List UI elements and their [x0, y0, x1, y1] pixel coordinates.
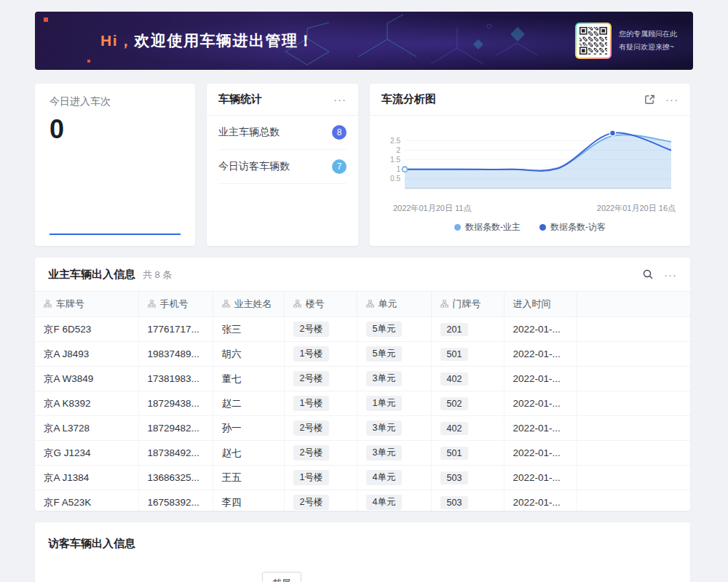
cell-phone: 17381983...: [138, 367, 213, 391]
cell-owner: 赵二: [213, 391, 284, 416]
qr-caption-line1: 您的专属顾问在此: [619, 28, 677, 41]
x-tick-label: 2022年01月20日 11点: [393, 203, 471, 214]
cell-door: 501: [431, 342, 504, 367]
cell-owner: 孙一: [213, 416, 284, 441]
cell-tag: 503: [440, 496, 469, 509]
cell-plate: 京F 6D523: [35, 317, 138, 342]
column-label: 门牌号: [453, 298, 481, 309]
cell-time: 2022-01-...: [504, 342, 577, 367]
cell-unit: 4单元: [357, 466, 431, 490]
cell-building: 1号楼: [284, 391, 357, 416]
stat-label: 今日访客车辆数: [218, 160, 290, 173]
column-header-phone[interactable]: 手机号: [138, 292, 213, 317]
cell-plate: 京A K8392: [35, 391, 138, 416]
cell-owner: 王五: [213, 466, 284, 490]
table-row[interactable]: 京A K839218729438...赵二1号楼1单元5022022-01-..…: [35, 391, 690, 416]
vehicle-stats-rows: 业主车辆总数8今日访客车辆数7: [207, 116, 358, 184]
legend-item[interactable]: 数据条数-访客: [539, 221, 606, 234]
cell-tag: 2号楼: [293, 495, 330, 510]
cell-plate: 京G J1234: [35, 441, 138, 466]
owner-table-title: 业主车辆出入信息: [48, 268, 135, 282]
more-icon[interactable]: ···: [665, 94, 678, 105]
column-header-unit[interactable]: 单元: [357, 292, 431, 317]
export-icon[interactable]: [644, 94, 655, 105]
visitor-table-title: 访客车辆出入信息: [48, 537, 135, 549]
cell-phone: 13686325...: [138, 466, 213, 490]
cell-building: 2号楼: [284, 490, 357, 511]
field-type-icon: [293, 300, 301, 308]
table-row[interactable]: 京A J138413686325...王五1号楼4单元5032022-01-..…: [35, 466, 690, 490]
cell-door: 503: [431, 466, 504, 490]
cell-time: 2022-01-...: [504, 416, 577, 441]
cell-tag: 2号楼: [293, 445, 330, 461]
column-label: 手机号: [160, 298, 189, 309]
vehicle-stats-card: 车辆统计 ··· 业主车辆总数8今日访客车辆数7: [207, 84, 358, 246]
column-header-owner[interactable]: 业主姓名: [213, 292, 284, 317]
cell-owner: 张三: [213, 317, 284, 342]
cell-tag: 1号楼: [293, 470, 330, 485]
cell-tag: 3单元: [366, 371, 403, 386]
column-header-time[interactable]: 进入时间: [504, 292, 577, 317]
search-icon[interactable]: [642, 268, 654, 280]
svg-text:1.5: 1.5: [390, 156, 400, 164]
today-entries-value: 0: [50, 114, 181, 145]
cell-time: 2022-01-...: [504, 441, 577, 466]
cell-empty: [577, 342, 690, 367]
table-row[interactable]: 京F A523K16758392...李四2号楼4单元5032022-01-..…: [35, 490, 690, 511]
cell-tag: 2号楼: [293, 322, 330, 337]
column-header-plate[interactable]: 车牌号: [35, 292, 138, 317]
cell-tag: 4单元: [366, 495, 403, 510]
cell-tag: 1号楼: [293, 396, 330, 411]
banner-greeting-prefix: Hi，: [100, 32, 135, 49]
cell-unit: 3单元: [357, 367, 431, 391]
cell-empty: [577, 391, 690, 416]
cell-plate: 京F A523K: [35, 490, 138, 511]
more-icon[interactable]: ···: [333, 94, 347, 105]
cell-tag: 501: [440, 447, 469, 460]
cell-plate: 京A W3849: [35, 367, 138, 391]
cell-phone: 19837489...: [138, 342, 213, 367]
stat-row: 今日访客车辆数7: [218, 150, 347, 184]
legend-dot: [539, 224, 546, 231]
cell-tag: 1单元: [366, 396, 403, 411]
table-row[interactable]: 京A J849319837489...胡六1号楼5单元5012022-01-..…: [35, 342, 690, 367]
cell-unit: 4单元: [357, 490, 431, 511]
table-row[interactable]: 京A L372818729482...孙一2号楼3单元4022022-01-..…: [35, 416, 690, 441]
cell-tag: 2号楼: [293, 371, 330, 386]
chart-x-axis-labels: 2022年01月20日 11点 2022年01月20日 16点: [383, 202, 677, 214]
column-label: 车牌号: [56, 298, 84, 309]
table-row[interactable]: 京F 6D52317761717...张三2号楼5单元2012022-01-..…: [35, 317, 690, 342]
cell-tag: 5单元: [366, 346, 403, 362]
cell-unit: 1单元: [357, 391, 431, 416]
cell-tag: 503: [440, 471, 469, 485]
qr-caption-line2: 有疑问欢迎来撩~: [619, 41, 677, 54]
stat-badge: 7: [332, 159, 347, 174]
cell-building: 2号楼: [284, 441, 357, 466]
cell-plate: 京A L3728: [35, 416, 138, 441]
cell-time: 2022-01-...: [504, 466, 577, 490]
column-header-door[interactable]: 门牌号: [431, 292, 504, 317]
cell-tag: 3单元: [366, 445, 403, 461]
flow-chart-svg: 0.511.522.5: [383, 120, 677, 202]
cell-door: 502: [431, 391, 504, 416]
cell-tag: 501: [440, 348, 469, 361]
partial-button[interactable]: 截屏: [262, 572, 301, 582]
table-row[interactable]: 京A W384917381983...董七2号楼3单元4022022-01-..…: [35, 367, 690, 391]
flow-chart-card: 车流分析图 ··· 0.511.522.5 2022年01月20日 11点 20…: [370, 84, 690, 246]
cell-door: 503: [431, 490, 504, 511]
legend-item[interactable]: 数据条数-业主: [454, 221, 521, 234]
more-icon[interactable]: ···: [664, 269, 677, 280]
legend-label: 数据条数-业主: [465, 221, 521, 234]
cell-time: 2022-01-...: [504, 490, 577, 511]
qr-caption: 您的专属顾问在此 有疑问欢迎来撩~: [619, 28, 677, 54]
cell-tag: 4单元: [366, 470, 403, 485]
table-row[interactable]: 京G J123418738492...赵七2号楼3单元5012022-01-..…: [35, 441, 690, 466]
cell-empty: [577, 441, 690, 466]
owner-table-card: 业主车辆出入信息 共 8 条 ··· 车牌号手机号业主姓名楼号单元门牌号进入时间…: [35, 258, 690, 511]
owner-table-header: 业主车辆出入信息 共 8 条 ···: [35, 258, 690, 291]
cell-empty: [577, 466, 690, 490]
cell-unit: 3单元: [357, 416, 431, 441]
column-header-building[interactable]: 楼号: [284, 292, 357, 317]
cell-owner: 赵七: [213, 441, 284, 466]
flow-chart-header: 车流分析图 ···: [370, 84, 690, 116]
